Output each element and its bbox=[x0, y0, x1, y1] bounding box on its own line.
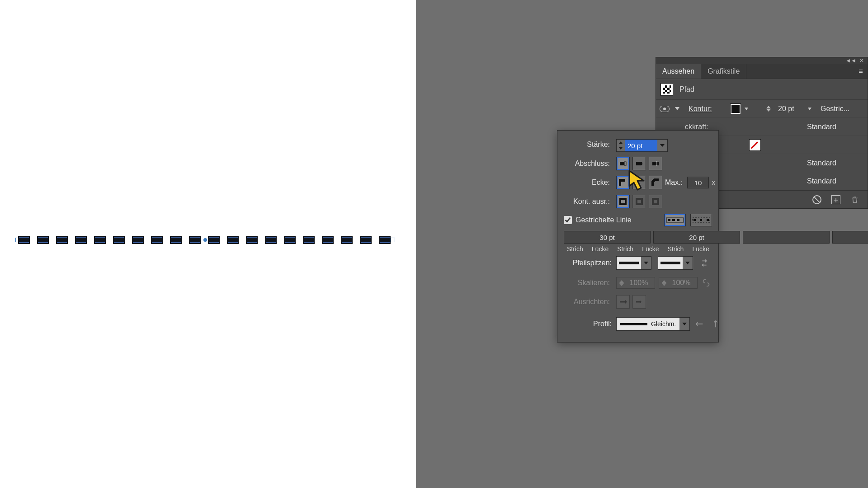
selected-path[interactable] bbox=[18, 234, 392, 246]
svg-rect-13 bbox=[693, 219, 696, 221]
dash-label-4: Lücke bbox=[639, 245, 662, 253]
link-scale-icon bbox=[701, 278, 711, 288]
dashed-line-checkbox-label[interactable]: Gestrichelte Linie bbox=[564, 216, 632, 224]
svg-rect-5 bbox=[620, 199, 626, 204]
swap-arrowheads-icon[interactable] bbox=[699, 258, 709, 268]
svg-rect-3 bbox=[652, 162, 659, 165]
dash-preserve-exact-button[interactable] bbox=[664, 214, 686, 226]
dash-label-1: Strich bbox=[564, 245, 586, 253]
corner-bevel-button[interactable] bbox=[649, 176, 662, 189]
arrowheads-label: Pfeilspitzen: bbox=[564, 259, 612, 267]
dashed-line-checkbox[interactable] bbox=[564, 216, 572, 224]
new-effect-icon[interactable]: ＋ bbox=[831, 195, 840, 204]
arrowhead-start-dropdown-icon[interactable] bbox=[641, 257, 651, 269]
cap-round-button[interactable] bbox=[632, 157, 646, 170]
align-arrowheads-label: Ausrichten: bbox=[564, 298, 612, 306]
stroke-color-swatch[interactable] bbox=[730, 103, 741, 114]
svg-rect-14 bbox=[700, 219, 702, 221]
tab-appearance[interactable]: Aussehen bbox=[656, 64, 701, 79]
align-center-button[interactable] bbox=[616, 195, 630, 208]
opacity-value-1[interactable]: Standard bbox=[807, 123, 861, 131]
stroke-attribute-row[interactable]: Kontur: 20 pt Gestric... bbox=[656, 100, 868, 118]
weight-dropdown-icon[interactable] bbox=[657, 140, 667, 151]
miter-limit-input[interactable] bbox=[687, 177, 709, 188]
dash-input-1[interactable] bbox=[564, 231, 651, 244]
weight-stepper[interactable] bbox=[617, 140, 625, 151]
scale-start-input: 100% bbox=[616, 277, 655, 289]
scale-label: Skalieren: bbox=[564, 279, 612, 287]
svg-rect-10 bbox=[672, 219, 675, 221]
arrowhead-end-select[interactable] bbox=[658, 256, 693, 270]
profile-dropdown-icon[interactable] bbox=[679, 318, 689, 330]
dash-input-3[interactable] bbox=[743, 231, 830, 244]
visibility-eye-icon[interactable] bbox=[660, 106, 670, 112]
stroke-color-dropdown-icon[interactable] bbox=[745, 108, 748, 110]
no-fill-swatch-icon[interactable] bbox=[749, 139, 761, 151]
svg-rect-11 bbox=[677, 219, 679, 221]
profile-label: Profil: bbox=[564, 320, 612, 328]
object-thumbnail-icon bbox=[660, 83, 673, 96]
miter-limit-suffix: x bbox=[712, 178, 715, 187]
align-arrow-extend-button bbox=[616, 295, 630, 309]
panel-titlebar[interactable]: ◄◄ ✕ bbox=[656, 57, 868, 64]
stroke-weight-stepper[interactable] bbox=[766, 106, 777, 112]
opacity-value-3[interactable]: Standard bbox=[807, 177, 861, 185]
dash-label-2: Lücke bbox=[589, 245, 612, 253]
svg-rect-0 bbox=[620, 162, 624, 165]
object-title-row: Pfad bbox=[656, 79, 868, 100]
arrowhead-end-preview bbox=[658, 262, 683, 264]
corner-round-button[interactable] bbox=[632, 176, 646, 189]
dash-label-6: Lücke bbox=[689, 245, 712, 253]
panel-menu-icon[interactable]: ≡ bbox=[854, 67, 868, 75]
dashed-stroke bbox=[18, 236, 392, 244]
stroke-dash-style-link[interactable]: Gestric... bbox=[821, 105, 868, 113]
arrowhead-start-preview bbox=[617, 262, 641, 264]
cap-projecting-button[interactable] bbox=[649, 157, 662, 170]
svg-rect-7 bbox=[653, 199, 658, 204]
profile-row: Profil: Gleichm. bbox=[564, 314, 712, 334]
arrowhead-end-dropdown-icon[interactable] bbox=[683, 257, 693, 269]
svg-rect-2 bbox=[636, 162, 641, 165]
stroke-weight-dropdown-icon[interactable] bbox=[808, 108, 811, 110]
weight-input-group bbox=[616, 139, 668, 152]
dashed-line-text: Gestrichelte Linie bbox=[576, 216, 632, 224]
profile-value-text: Gleichm. bbox=[651, 320, 676, 328]
corner-row: Ecke: Max.: x bbox=[564, 173, 712, 192]
flip-vertical-icon bbox=[711, 319, 721, 329]
align-arrowheads-row: Ausrichten: bbox=[564, 292, 712, 311]
clear-appearance-icon[interactable] bbox=[812, 195, 821, 204]
dash-align-corners-button[interactable] bbox=[690, 214, 712, 226]
corner-label: Ecke: bbox=[564, 178, 612, 187]
arrowhead-start-select[interactable] bbox=[616, 256, 651, 270]
canvas-area[interactable] bbox=[0, 0, 416, 488]
dash-input-4[interactable] bbox=[832, 231, 868, 244]
flip-horizontal-icon bbox=[694, 319, 704, 329]
weight-input[interactable] bbox=[625, 140, 657, 151]
svg-rect-6 bbox=[637, 199, 642, 204]
dash-input-2[interactable] bbox=[653, 231, 740, 244]
delete-icon[interactable] bbox=[850, 195, 859, 204]
dash-pattern-inputs bbox=[564, 231, 712, 244]
object-type-label: Pfad bbox=[679, 85, 694, 94]
stroke-label[interactable]: Kontur: bbox=[689, 105, 729, 113]
cap-label: Abschluss: bbox=[564, 160, 612, 168]
disclosure-triangle-icon[interactable] bbox=[675, 107, 679, 110]
dash-pattern-labels: Strich Lücke Strich Lücke Strich Lücke bbox=[564, 245, 712, 253]
align-outside-button bbox=[649, 195, 662, 208]
miter-limit-label: Max.: bbox=[665, 178, 684, 187]
stroke-weight-value[interactable]: 20 pt bbox=[778, 105, 805, 113]
cap-butt-button[interactable] bbox=[616, 157, 630, 170]
opacity-label-1: ckkraft: bbox=[685, 123, 744, 131]
scale-end-input: 100% bbox=[659, 277, 698, 289]
close-icon[interactable]: ✕ bbox=[859, 58, 865, 63]
corner-miter-button[interactable] bbox=[616, 176, 630, 189]
dash-label-5: Strich bbox=[665, 245, 687, 253]
cap-row: Abschluss: bbox=[564, 154, 712, 173]
collapse-icon[interactable]: ◄◄ bbox=[848, 58, 854, 63]
align-inside-button bbox=[632, 195, 646, 208]
opacity-value-2[interactable]: Standard bbox=[807, 159, 861, 167]
profile-select[interactable]: Gleichm. bbox=[616, 317, 690, 331]
scale-arrowheads-row: Skalieren: 100% 100% bbox=[564, 273, 712, 292]
tab-graphic-styles[interactable]: Grafikstile bbox=[701, 64, 746, 79]
weight-label: Stärke: bbox=[564, 141, 612, 149]
